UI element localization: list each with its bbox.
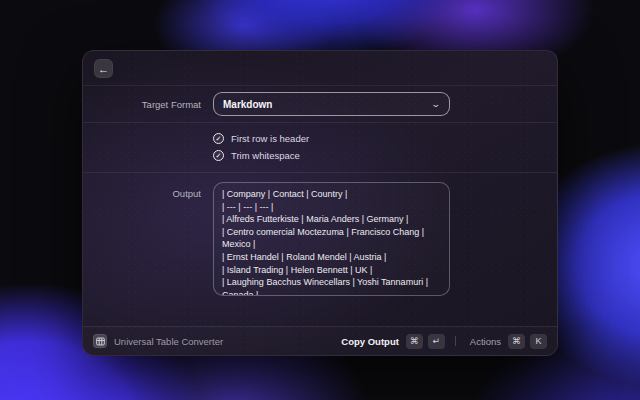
table-converter-icon [93,334,107,348]
trim-whitespace-checkbox[interactable]: ✓ Trim whitespace [213,150,450,161]
copy-output-button[interactable]: Copy Output [341,336,399,347]
k-key-icon[interactable]: K [530,334,547,349]
footer-bar: Universal Table Converter Copy Output ⌘ … [83,326,557,355]
first-row-header-row: ✓ First row is header [83,131,557,146]
checkbox-label: Trim whitespace [231,150,300,161]
output-textarea[interactable]: | Company | Contact | Country | | --- | … [213,182,450,296]
cmd-key-icon[interactable]: ⌘ [508,334,525,349]
target-format-label: Target Format [103,99,201,110]
return-key-icon[interactable]: ↵ [428,334,445,349]
checkbox-checked-icon: ✓ [213,150,224,161]
chevron-down-icon: ⌄ [431,100,442,109]
target-format-dropdown[interactable]: Markdown ⌄ [213,92,450,116]
first-row-header-checkbox[interactable]: ✓ First row is header [213,133,450,144]
target-format-value: Markdown [223,99,432,110]
checkbox-section: ✓ First row is header ✓ Trim whitespace [83,123,557,172]
target-format-row: Target Format Markdown ⌄ [83,86,557,122]
output-row: Output | Company | Contact | Country | |… [83,173,557,296]
cmd-key-icon[interactable]: ⌘ [406,334,423,349]
footer-actions: Copy Output ⌘ ↵ Actions ⌘ K [341,334,547,349]
actions-button[interactable]: Actions [470,336,501,347]
form-body: Target Format Markdown ⌄ ✓ First row is … [83,86,557,326]
trim-whitespace-row: ✓ Trim whitespace [83,148,557,163]
arrow-left-icon: ← [98,63,109,75]
checkbox-label: First row is header [231,133,309,144]
footer-separator [455,336,456,346]
output-label: Output [103,188,201,199]
checkbox-checked-icon: ✓ [213,133,224,144]
window-header: ← [83,51,557,86]
app-window: ← Target Format Markdown ⌄ ✓ First row i… [82,50,558,356]
back-button[interactable]: ← [94,59,113,78]
app-title: Universal Table Converter [114,336,341,347]
